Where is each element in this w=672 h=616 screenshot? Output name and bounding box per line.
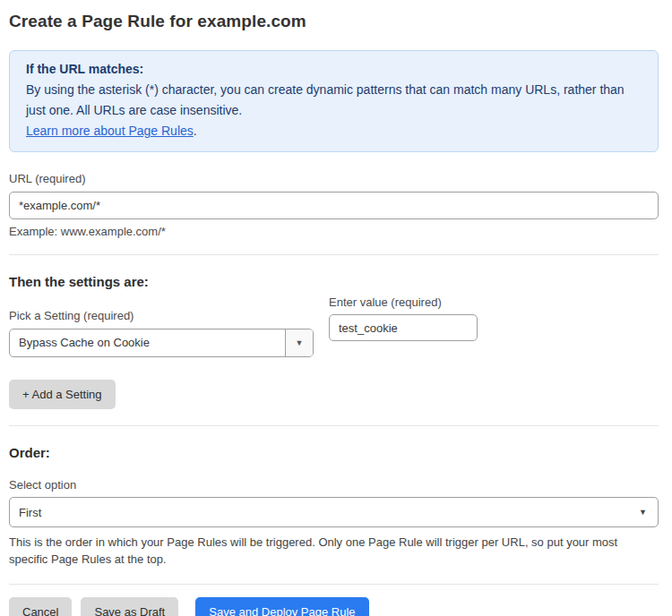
- divider: [9, 584, 659, 585]
- url-match-info-box: If the URL matches: By using the asteris…: [9, 50, 659, 152]
- info-box-link-line: Learn more about Page Rules.: [26, 121, 642, 141]
- setting-picker-column: Pick a Setting (required) Bypass Cache o…: [9, 289, 314, 357]
- url-input[interactable]: [9, 192, 659, 219]
- order-helper-text: This is the order in which your Page Rul…: [9, 534, 654, 568]
- order-select-value: First: [10, 506, 639, 519]
- order-select[interactable]: First ▼: [9, 497, 659, 527]
- setting-label: Pick a Setting (required): [9, 309, 314, 322]
- order-select-label: Select option: [9, 478, 659, 492]
- cancel-button[interactable]: Cancel: [9, 597, 72, 616]
- setting-select-dropdown-button[interactable]: ▼: [285, 329, 313, 356]
- page-rules-link[interactable]: Learn more about Page Rules: [26, 124, 194, 138]
- divider: [9, 425, 659, 426]
- page-title: Create a Page Rule for example.com: [9, 12, 659, 31]
- settings-heading: Then the settings are:: [9, 274, 659, 289]
- chevron-down-icon: ▼: [296, 339, 304, 347]
- info-box-body: By using the asterisk (*) character, you…: [26, 80, 642, 121]
- create-page-rule-form: Create a Page Rule for example.com If th…: [0, 0, 672, 616]
- chevron-down-icon: ▼: [639, 509, 658, 517]
- info-box-heading: If the URL matches:: [26, 59, 642, 80]
- value-label: Enter value (required): [329, 295, 478, 309]
- save-and-deploy-button[interactable]: Save and Deploy Page Rule: [195, 597, 368, 616]
- url-label: URL (required): [9, 172, 659, 185]
- info-box-body-text: By using the asterisk (*) character, you…: [26, 82, 625, 117]
- link-suffix: .: [194, 124, 197, 138]
- url-helper-text: Example: www.example.com/*: [9, 225, 659, 238]
- settings-row: Pick a Setting (required) Bypass Cache o…: [9, 289, 659, 357]
- setting-value-column: Enter value (required): [329, 295, 478, 341]
- divider: [9, 254, 659, 255]
- save-as-draft-button[interactable]: Save as Draft: [81, 597, 178, 616]
- setting-select[interactable]: Bypass Cache on Cookie ▼: [9, 329, 314, 357]
- add-setting-button[interactable]: + Add a Setting: [9, 380, 116, 409]
- footer-actions: Cancel Save as Draft Save and Deploy Pag…: [9, 597, 659, 616]
- order-heading: Order:: [9, 445, 659, 460]
- setting-select-value: Bypass Cache on Cookie: [10, 329, 285, 356]
- setting-value-input[interactable]: [329, 314, 478, 341]
